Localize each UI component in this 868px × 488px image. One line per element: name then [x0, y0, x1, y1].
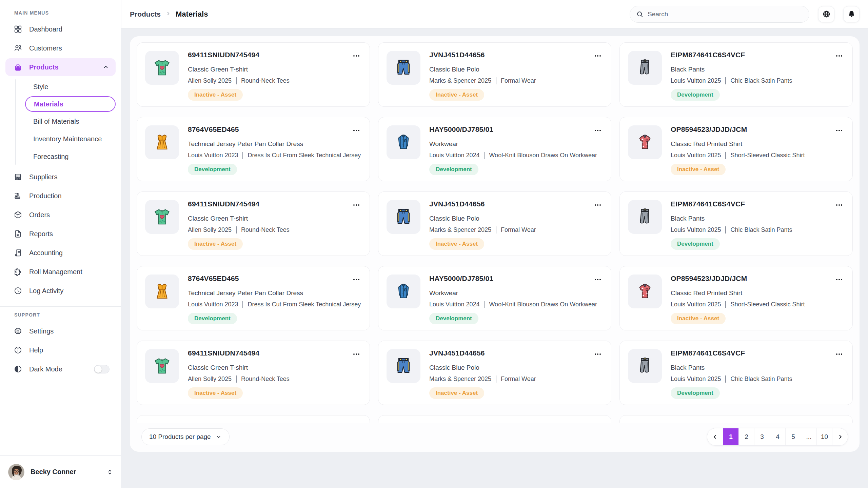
product-brand: Allen Solly 2025: [188, 226, 232, 233]
sidebar-item-log-activity[interactable]: Log Activity: [5, 282, 116, 300]
product-card[interactable]: EIPM874641C6S4VCF Black Pants Louis Vuit…: [619, 42, 853, 107]
product-card[interactable]: JVNJ451D44656 Classic Blue Polo Marks & …: [378, 341, 611, 405]
product-card[interactable]: HAY5000/DJ785/01 Workwear Louis Vuitton …: [378, 266, 611, 330]
product-card[interactable]: JVNJ451D44656 Classic Blue Polo Marks & …: [378, 191, 611, 256]
sidebar-item-suppliers[interactable]: Suppliers: [5, 168, 116, 186]
product-card[interactable]: OP8594523/JDJD/JCM Classic Red Printed S…: [619, 117, 853, 181]
product-meta: Louis Vuitton 2023 Dress Is Cut From Sle…: [188, 152, 361, 159]
product-meta: Allen Solly 2025 Round-Neck Tees: [188, 226, 361, 233]
ellipsis-icon: [835, 52, 844, 60]
ellipsis-icon: [835, 201, 844, 209]
notifications-button[interactable]: [843, 6, 860, 22]
sidebar-item-label: Customers: [29, 44, 62, 52]
product-card[interactable]: 8764V65ED465 Technical Jersey Peter Pan …: [137, 415, 370, 423]
product-card[interactable]: 8764V65ED465 Technical Jersey Peter Pan …: [137, 117, 370, 181]
product-card[interactable]: </> 69411SNIUDN745494 Classic Green T-sh…: [137, 341, 370, 405]
sidebar-item-reports[interactable]: Reports: [5, 225, 116, 243]
product-card[interactable]: </> 69411SNIUDN745494 Classic Green T-sh…: [137, 42, 370, 107]
pager-page-4[interactable]: 4: [770, 428, 785, 445]
user-menu[interactable]: Becky Conner: [0, 455, 121, 488]
suppliers-icon: [14, 172, 22, 181]
product-brand: Louis Vuitton 2025: [671, 375, 721, 383]
card-menu-button[interactable]: [834, 51, 844, 62]
ellipsis-icon: [593, 275, 602, 284]
pager-page-3[interactable]: 3: [754, 428, 770, 445]
products-icon: [14, 63, 22, 72]
product-card[interactable]: HAY5000/DJ785/01 Workwear Louis Vuitton …: [378, 415, 611, 423]
card-menu-button[interactable]: [351, 51, 361, 62]
sidebar-subitem-forecasting[interactable]: Forecasting: [25, 148, 116, 165]
card-menu-button[interactable]: [834, 200, 844, 211]
red-printed-shirt-icon: [628, 125, 662, 159]
dark-mode-toggle[interactable]: [94, 365, 110, 373]
product-brand: Louis Vuitton 2023: [188, 301, 238, 308]
card-menu-button[interactable]: [351, 349, 361, 360]
product-category: Round-Neck Tees: [241, 226, 290, 233]
meta-divider: [242, 152, 243, 159]
status-badge: Development: [188, 164, 237, 175]
product-name: Workwear: [429, 140, 603, 148]
breadcrumb-products[interactable]: Products: [130, 10, 161, 18]
product-card[interactable]: EIPM874641C6S4VCF Black Pants Louis Vuit…: [619, 191, 853, 256]
ellipsis-icon: [835, 350, 844, 359]
sidebar-subitem-style[interactable]: Style: [25, 79, 116, 95]
ellipsis-icon: [352, 52, 361, 60]
search-icon: [636, 11, 644, 18]
product-card[interactable]: HAY5000/DJ785/01 Workwear Louis Vuitton …: [378, 117, 611, 181]
card-menu-button[interactable]: [593, 200, 603, 211]
sidebar-item-production[interactable]: Production: [5, 187, 116, 205]
product-category: Round-Neck Tees: [241, 77, 290, 84]
product-card[interactable]: EIPM874641C6S4VCF Black Pants Louis Vuit…: [619, 341, 853, 405]
card-menu-button[interactable]: [351, 125, 361, 137]
search-input[interactable]: [648, 11, 803, 18]
pager-page-10[interactable]: 10: [816, 428, 832, 445]
pager-page-5[interactable]: 5: [785, 428, 801, 445]
meta-divider: [484, 152, 485, 159]
card-menu-button[interactable]: [351, 200, 361, 211]
sidebar-item-roll-management[interactable]: Roll Management: [5, 263, 116, 281]
per-page-select[interactable]: 10 Products per page: [141, 428, 230, 445]
card-menu-button[interactable]: [351, 274, 361, 286]
product-category: Chic Black Satin Pants: [730, 226, 792, 233]
pager-page-2[interactable]: 2: [738, 428, 754, 445]
card-menu-button[interactable]: [593, 125, 603, 137]
card-menu-button[interactable]: [834, 349, 844, 360]
pager-next-button[interactable]: [832, 428, 848, 445]
sidebar-item-label: Settings: [29, 327, 54, 335]
sidebar-item-settings[interactable]: Settings: [5, 322, 116, 340]
product-name: Workwear: [429, 289, 603, 297]
product-brand: Allen Solly 2025: [188, 375, 232, 383]
status-badge: Inactive - Asset: [188, 89, 243, 101]
status-badge: Development: [188, 313, 237, 324]
sidebar-item-label: Suppliers: [29, 173, 57, 181]
sidebar-item-customers[interactable]: Customers: [5, 39, 116, 57]
product-card[interactable]: JVNJ451D44656 Classic Blue Polo Marks & …: [378, 42, 611, 107]
product-card[interactable]: </> 69411SNIUDN745494 Classic Green T-sh…: [137, 191, 370, 256]
product-card[interactable]: OP8594523/JDJD/JCM Classic Red Printed S…: [619, 266, 853, 330]
sidebar-item-accounting[interactable]: Accounting: [5, 244, 116, 262]
card-menu-button[interactable]: [593, 51, 603, 62]
sidebar-item-orders[interactable]: Orders: [5, 206, 116, 224]
sidebar-item-dashboard[interactable]: Dashboard: [5, 20, 116, 38]
sidebar-subitem-inventory-maintenance[interactable]: Inventory Maintenance: [25, 131, 116, 147]
product-card[interactable]: OP8594523/JDJD/JCM Classic Red Printed S…: [619, 415, 853, 423]
card-menu-button[interactable]: [834, 125, 844, 137]
product-meta: Louis Vuitton 2025 Short-Sleeved Classic…: [671, 301, 844, 308]
sidebar-item-products[interactable]: Products: [5, 58, 116, 76]
product-name: Classic Red Printed Shirt: [671, 140, 844, 148]
sidebar-subitem-materials[interactable]: Materials: [25, 96, 116, 112]
sidebar-subitem-bill-of-materials[interactable]: Bill of Materials: [25, 113, 116, 129]
sidebar-item-dark-mode[interactable]: Dark Mode: [5, 360, 116, 378]
product-card[interactable]: 8764V65ED465 Technical Jersey Peter Pan …: [137, 266, 370, 330]
pager-page-1[interactable]: 1: [723, 428, 738, 445]
meta-divider: [236, 77, 237, 84]
status-badge: Development: [429, 164, 478, 175]
card-menu-button[interactable]: [834, 274, 844, 286]
blue-shorts-icon: [387, 51, 420, 85]
card-menu-button[interactable]: [593, 274, 603, 286]
card-menu-button[interactable]: [593, 349, 603, 360]
sidebar-item-help[interactable]: Help: [5, 341, 116, 359]
pager-prev-button[interactable]: [707, 428, 723, 445]
sidebar-section-main-label: MAIN MENUS: [14, 10, 116, 16]
language-button[interactable]: [818, 6, 834, 22]
